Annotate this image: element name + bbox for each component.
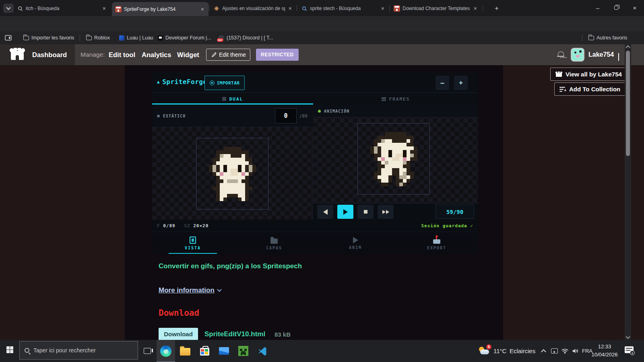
time: 12:33: [588, 343, 621, 351]
tab-dual[interactable]: DUAL: [152, 93, 313, 105]
task-view-button[interactable]: [138, 340, 157, 362]
taskbar-minecraft[interactable]: [234, 340, 252, 362]
tab-anim[interactable]: ANIM: [315, 232, 396, 255]
tab-ajustes[interactable]: Ajustes en visualización de sprites ×: [210, 2, 296, 14]
taskbar-vscode[interactable]: [253, 340, 272, 362]
nav-analytics[interactable]: Analytics: [142, 44, 171, 65]
tab-title: sprite stech - Búsqueda: [310, 6, 378, 11]
zoom-out-button[interactable]: –: [436, 76, 449, 90]
tab-frames[interactable]: FRAMES: [313, 93, 478, 105]
itch-admin-header: Dashboard Manage: Edit tool Analytics Wi…: [0, 44, 644, 65]
sprite-frame-box: [196, 138, 268, 210]
static-panel: ESTÁTICO 0 /89: [152, 105, 313, 220]
sprite-frame-box: [357, 123, 430, 195]
stop-icon: [364, 210, 367, 214]
weather-icon[interactable]: 6: [478, 340, 490, 362]
download-file-name[interactable]: SpriteEditV10.html: [204, 330, 265, 338]
taskbar-search-box[interactable]: Taper ici pour rechercher: [19, 341, 138, 360]
nav-edit-tool[interactable]: Edit tool: [109, 44, 135, 65]
taskbar-edge[interactable]: [157, 340, 175, 362]
nav-widget[interactable]: Widget: [177, 44, 199, 65]
add-to-collection-button[interactable]: + Add To Collection: [554, 82, 625, 96]
taskbar-store[interactable]: [195, 340, 214, 362]
nav-dashboard[interactable]: Dashboard: [32, 44, 67, 65]
itch-logo[interactable]: [10, 48, 25, 62]
tab-sprite-stech[interactable]: sprite stech - Búsqueda ×: [298, 2, 389, 14]
page-scrollbar[interactable]: [625, 44, 631, 340]
taskbar-file-explorer[interactable]: [176, 340, 194, 362]
tab-close-icon[interactable]: ×: [380, 5, 386, 12]
tab-export[interactable]: EXPORT: [396, 232, 477, 255]
user-avatar[interactable]: [571, 48, 584, 62]
bookmarks-bar: Importer les favoris Roblox Luau | Luau …: [0, 31, 644, 44]
tray-expand-chevron[interactable]: [538, 340, 549, 362]
username[interactable]: Lake754: [588, 44, 614, 65]
window-minimize-button[interactable]: –: [588, 0, 607, 15]
bookmark-devforum[interactable]: Developer Forum |...: [158, 31, 211, 44]
devforum-icon: [158, 35, 163, 41]
frame-counter: 59/90: [436, 205, 474, 219]
tab-close-icon[interactable]: ×: [101, 5, 107, 12]
zoom-in-button[interactable]: +: [454, 76, 468, 90]
bookmark-discord[interactable]: 1k+ (1537) Discord | [ T...: [218, 31, 273, 44]
manage-label: Manage:: [80, 44, 105, 65]
bookmark-import-favorites[interactable]: Importer les favoris: [23, 31, 74, 44]
chevron-down-icon: [217, 287, 221, 292]
date: 10/04/2026: [588, 351, 621, 359]
bookmark-other-favorites[interactable]: Autres favoris: [588, 31, 627, 44]
play-icon: [343, 209, 348, 215]
weather-condition[interactable]: Eclaircies: [510, 348, 535, 354]
wifi-icon[interactable]: [559, 340, 570, 362]
start-button[interactable]: [0, 340, 19, 362]
tab-search-button[interactable]: [3, 4, 14, 13]
tab-close-icon[interactable]: ×: [287, 5, 293, 12]
previous-frame-button[interactable]: [317, 205, 333, 219]
weather-badge: 6: [486, 344, 491, 350]
volume-icon[interactable]: [570, 340, 580, 362]
bookmark-roblox[interactable]: Roblox: [86, 31, 110, 44]
import-button[interactable]: IMPORTAR: [204, 76, 245, 90]
window-restore-button[interactable]: [607, 0, 625, 15]
tab-close-icon[interactable]: ×: [473, 5, 478, 12]
tab-close-icon[interactable]: ×: [200, 6, 205, 12]
notification-center-icon[interactable]: 1: [625, 346, 634, 353]
frame-total-label: /89: [299, 113, 308, 119]
more-information-link[interactable]: More information: [159, 286, 221, 294]
square-icon: [222, 97, 226, 101]
scroll-down-icon[interactable]: [625, 334, 630, 339]
download-button[interactable]: Download: [159, 328, 198, 340]
taskbar-clock[interactable]: 12:33 10/04/2026: [588, 343, 621, 359]
bookmark-luau[interactable]: Luau | Luau: [119, 31, 153, 44]
weather-temp[interactable]: 11°C: [493, 348, 506, 354]
view-all-button[interactable]: View all by Lake754: [550, 68, 627, 81]
taskbar-mail[interactable]: [215, 340, 233, 362]
animation-canvas[interactable]: [313, 118, 478, 203]
fast-forward-button[interactable]: [378, 205, 394, 219]
static-canvas[interactable]: [152, 128, 313, 220]
vscode-icon: [258, 346, 267, 356]
user-menu-chevron-icon[interactable]: [618, 53, 619, 60]
tray-display-icon[interactable]: [549, 340, 559, 362]
chevron-up-icon: [541, 349, 546, 354]
play-button[interactable]: [337, 205, 353, 219]
scroll-up-icon[interactable]: [625, 45, 630, 49]
fast-forward-icon: [382, 210, 386, 214]
edit-theme-button[interactable]: Edit theme: [206, 49, 250, 61]
tab-capas[interactable]: CAPAS: [233, 232, 315, 255]
sidebar-toggle-icon[interactable]: [5, 31, 12, 44]
tab-vista[interactable]: VISTA: [152, 232, 233, 255]
scrollbar-thumb[interactable]: [626, 51, 630, 156]
tab-download-templates[interactable]: Download Character Templates Pa ×: [390, 2, 481, 14]
window-close-button[interactable]: ×: [625, 0, 644, 15]
frame-number-input[interactable]: 0: [275, 108, 297, 123]
tab-spriteforge[interactable]: SpriteForge by Lake754 ×: [112, 2, 208, 16]
file-explorer-icon: [180, 348, 190, 356]
restricted-badge[interactable]: RESTRICTED: [256, 49, 299, 61]
stop-button[interactable]: [357, 205, 374, 219]
new-tab-button[interactable]: +: [492, 4, 502, 13]
discord-icon: 1k+: [218, 35, 224, 41]
previous-icon: [323, 209, 328, 215]
tab-itch-search[interactable]: itch - Búsqueda ×: [14, 2, 110, 14]
folder-icon: [86, 36, 92, 40]
playback-controls: 59/90: [313, 203, 478, 220]
